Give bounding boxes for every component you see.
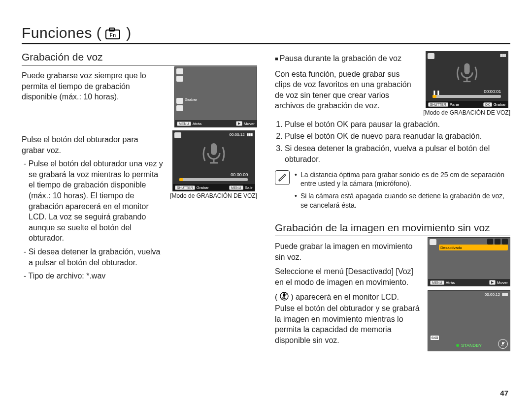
voice-mid: Pulse el botón del obturador para grabar… [22,134,163,155]
page-title: Funciones ( Fn ) [22,25,510,41]
mic-icon [428,53,434,59]
svg-text:Fn: Fn [110,32,116,38]
back-label: Atrás [446,280,455,285]
lcd-screenshot-standby: 00:00:12 ▮▮▮ 640 STANDBY [428,290,510,351]
progress-bar [179,178,248,181]
voice-intro: Puede grabarse voz siempre que lo permit… [22,70,167,102]
note-distance: La distancia óptima para grabar sonido e… [295,170,510,189]
shutter-badge: SHUTTER [428,102,448,107]
lcd-screenshot-grabar: Grabar MENUAtrás ▶Mover [174,66,257,127]
right-column: Pausa durante la grabación de voz Con es… [275,51,510,351]
mov-p1: Puede grabar la imagen en movimiento sin… [275,241,421,262]
pause-steps: Pulse el botón OK para pausar la grabaci… [275,119,510,165]
menu-badge: MENU [229,185,243,190]
bullet-filetype: Tipo de archivo: *.wav [22,271,163,281]
pause-heading: Pausa durante la grabación de voz [275,53,416,64]
svg-line-9 [279,180,280,181]
svg-rect-3 [211,143,217,155]
left-column: Grabación de voz Puede grabarse voz siem… [22,51,257,351]
move-label: Mover [244,122,255,126]
timer-label: 00:00:00 [231,172,248,177]
icon-d [502,239,508,245]
ok-badge: OK [483,102,492,107]
lcd-screenshot-menu: Desactivado MENUAtrás ▶Mover [428,237,510,286]
mov-p3: ( ) aparecerá en el monitor LCD. Pulse e… [275,292,421,346]
menu-badge: MENU [430,280,444,285]
resolution-label: 640 [431,336,439,340]
progress-bar [432,95,501,98]
exit-label: Salir [245,185,253,190]
menu-badge: MENU [177,122,191,126]
title-suffix: ) [126,25,132,41]
standby-indicator: STANDBY [456,343,482,348]
icon-b [487,239,493,245]
svg-rect-6 [464,63,469,74]
mic-off-icon [280,292,289,304]
step-2: Pulse el botón OK de nuevo para reanudar… [285,131,510,142]
step-3: Si desea detener la grabación, vuelva a … [285,143,510,165]
rec-time: 00:00:12 [485,292,500,297]
move-badge: ▶ [236,121,242,126]
voice-rec-heading: Grabación de voz [22,51,257,65]
mov-p2: Seleccione el menú [Desactivado] [Voz] e… [275,266,421,287]
move-badge: ▶ [489,280,496,285]
bullet-stop: Si desea detener la grabación, vuelva a … [22,247,163,268]
elapsed-time: 00:00:12 [230,132,245,137]
lcd-screenshot-pause: ▮▮▮ ❚❚ 00:00:01 [426,51,508,108]
note-icon [275,170,290,185]
shutter-badge: SHUTTER [175,185,195,190]
grabar-label: Grabar [185,97,197,102]
grabar-label: Grabar [197,185,209,190]
step-1: Pulse el botón OK para pausar la grabaci… [285,119,510,130]
mic-icon [176,68,183,74]
microphone-icon [454,61,480,88]
menu-highlight: Desactivado [439,245,508,250]
battery-icon: ▮▮▮ [502,292,508,297]
note-poweroff: Si la cámara está apagada cuando se deti… [295,191,510,210]
battery-icon: ▮▮▮ [247,132,253,137]
title-rule [22,43,510,44]
page-number: 47 [500,389,508,397]
note-box: La distancia óptima para grabar sonido e… [275,170,510,214]
pause-icon: ❚❚ [432,90,437,94]
mic-icon [174,132,181,138]
lcd-screenshot-recording: 00:00:12 ▮▮▮ 00:00 [172,130,255,191]
recording-caption: [Modo de GRABACIÓN DE VOZ] [170,192,257,199]
icon-c [495,239,500,245]
title-text: Funciones ( [22,25,101,41]
back-label: Atrás [193,122,202,126]
movie-novoice-heading: Grabación de la imagen en movimiento sin… [275,222,510,236]
rec-indicator-icon [176,98,183,104]
icon-a [430,239,436,245]
voice-bullets: Pulse el botón del obturador una vez y s… [22,158,163,281]
mic-off-indicator-icon [498,339,508,349]
mode-icon [176,76,183,82]
move-label: Mover [497,280,508,285]
stop-label: Parar [450,102,460,107]
rec-label: Grabar [494,102,506,107]
battery-icon: ▮▮▮ [500,53,506,58]
setting-icon [176,105,183,111]
bullet-shutter: Pulse el botón del obturador una vez y s… [22,158,163,244]
pause-intro: Con esta función, puede grabar sus clips… [275,69,416,111]
camera-fn-icon: Fn [105,25,122,41]
pause-timer: 00:00:01 [484,89,501,94]
microphone-icon [200,140,228,170]
pause-caption: [Modo de GRABACIÓN DE VOZ] [423,109,510,116]
